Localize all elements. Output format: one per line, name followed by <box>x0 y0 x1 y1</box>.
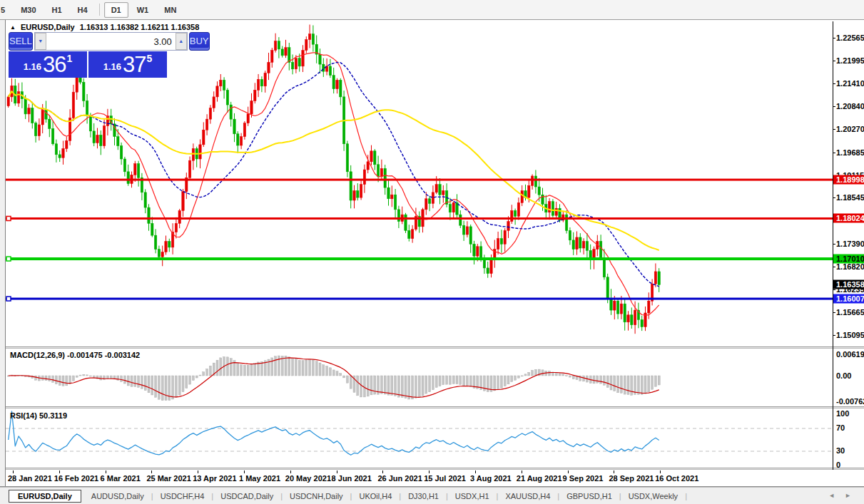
date-axis-label: 1 May 2021 <box>239 474 280 483</box>
date-axis-label: 20 May 2021 <box>285 474 331 483</box>
sell-button[interactable]: SELL <box>9 32 33 51</box>
one-click-trade-panel: SELL ▼ ▲ BUY 1.16 36 1 1.16 37 5 <box>9 32 167 78</box>
volume-increase-icon[interactable]: ▲ <box>176 33 187 50</box>
buy-price-big: 37 <box>123 54 146 76</box>
date-axis-label: 16 Feb 2021 <box>54 474 98 483</box>
date-tick <box>244 470 245 473</box>
tab-audusd-daily[interactable]: AUDUSD,Daily <box>84 490 151 503</box>
macd-axis-label: 0.006193 <box>836 350 864 359</box>
price-axis-label: 1.15095 <box>836 331 864 339</box>
period-button-d1[interactable]: D1 <box>104 2 128 18</box>
date-tick <box>660 470 661 473</box>
price-axis-label: 1.17390 <box>836 240 864 248</box>
hline-1.18024[interactable] <box>6 217 833 220</box>
date-tick <box>614 470 614 473</box>
buy-price-sup: 5 <box>147 53 153 64</box>
hline-1.1701[interactable] <box>6 257 833 260</box>
price-axis-label: 1.22565 <box>836 34 864 42</box>
date-axis-label: 28 Jan 2021 <box>8 474 52 483</box>
date-tick <box>568 470 569 473</box>
panel-separator <box>6 468 864 470</box>
chart-header: ▲ EURUSD,Daily 1.16313 1.16382 1.16211 1… <box>10 23 199 31</box>
tab-scroll-arrows: ◄ ► <box>828 492 851 499</box>
period-button-h1[interactable]: H1 <box>45 2 69 18</box>
sell-price-big: 36 <box>43 54 66 76</box>
sell-price-box[interactable]: 1.16 36 1 <box>9 51 87 78</box>
price-tick <box>833 267 835 267</box>
date-axis-label: 16 Oct 2021 <box>655 474 698 483</box>
ma-25-line <box>9 62 659 286</box>
hline-1.16007[interactable] <box>6 298 833 300</box>
tab-usdcnh-daily[interactable]: USDCNH,Daily <box>283 490 350 503</box>
price-badge-1.18998: 1.18998 <box>833 175 864 185</box>
price-axis-label: 1.21410 <box>836 79 864 88</box>
mt4-window: 5M30H1H4D1W1MN ▲ EURUSD,Daily 1.16313 1.… <box>0 0 864 504</box>
chart-ohlc-quote: 1.16313 1.16382 1.16211 1.16358 <box>80 23 200 31</box>
date-axis-label: 13 Apr 2021 <box>193 474 236 483</box>
price-tick <box>833 83 835 84</box>
period-button-5[interactable]: 5 <box>0 2 12 18</box>
rsi-indicator-canvas[interactable] <box>6 408 833 468</box>
date-axis-label: 6 Mar 2021 <box>101 474 141 483</box>
tab-gbpusd-h1[interactable]: GBPUSD,H1 <box>559 490 619 503</box>
date-tick <box>59 470 60 473</box>
window-left-border <box>0 20 6 487</box>
tab-separator: | <box>685 492 687 500</box>
tab-scroll-left-icon[interactable]: ◄ <box>828 492 835 499</box>
price-tick <box>833 61 835 61</box>
buy-price-box[interactable]: 1.16 37 5 <box>88 51 167 78</box>
price-tick <box>833 289 835 290</box>
price-tick <box>833 38 835 38</box>
rsi-axis-label: 70 <box>836 423 845 432</box>
price-axis-label: 1.20840 <box>836 102 864 110</box>
price-tick <box>833 129 835 130</box>
price-badge-1.17010: 1.17010 <box>833 254 864 264</box>
date-tick <box>337 470 337 473</box>
date-axis[interactable]: 28 Jan 202116 Feb 20216 Mar 202125 Mar 2… <box>6 470 833 486</box>
price-tick <box>833 197 835 198</box>
tab-usdx-h1[interactable]: USDX,H1 <box>448 490 497 503</box>
date-axis-label: 21 Aug 2021 <box>517 474 562 483</box>
volume-spinner: ▼ ▲ <box>34 32 188 51</box>
tab-scroll-right-icon[interactable]: ► <box>845 492 851 499</box>
buy-button[interactable]: BUY <box>189 32 210 51</box>
date-tick <box>13 470 14 473</box>
rsi-axis-label: 0 <box>836 461 840 469</box>
toolbar-separator <box>99 4 100 16</box>
date-tick <box>151 470 152 473</box>
price-axis[interactable]: 1.225651.219951.214101.208401.202701.196… <box>833 21 864 470</box>
period-button-mn[interactable]: MN <box>157 2 183 18</box>
date-axis-label: 26 Jun 2021 <box>377 474 422 483</box>
date-tick <box>475 470 476 473</box>
hline-1.18998[interactable] <box>6 179 833 181</box>
tab-xauusd-h4[interactable]: XAUUSD,H4 <box>498 490 557 503</box>
collapse-chart-icon[interactable]: ▲ <box>10 24 16 31</box>
tab-eurusd-daily[interactable]: EURUSD,Daily <box>9 490 81 503</box>
price-axis-label: 1.21995 <box>836 56 864 65</box>
price-tick <box>833 335 835 336</box>
tab-dj30-h1[interactable]: DJ30,H1 <box>401 490 446 503</box>
date-axis-label: 25 Mar 2021 <box>146 474 190 483</box>
date-axis-label: 28 Sep 2021 <box>609 474 654 483</box>
price-tick <box>833 106 835 107</box>
date-axis-label: 9 Sep 2021 <box>563 474 604 483</box>
period-button-w1[interactable]: W1 <box>130 2 156 18</box>
price-badge-1.16007: 1.16007 <box>833 294 864 304</box>
price-axis-label: 1.20270 <box>836 125 864 133</box>
chart-symbol-title: EURUSD,Daily <box>21 23 75 31</box>
tab-usdcad-daily[interactable]: USDCAD,Daily <box>213 490 280 503</box>
volume-input[interactable] <box>46 33 176 50</box>
price-badge-1.18024: 1.18024 <box>833 214 864 223</box>
date-tick <box>382 470 383 473</box>
date-axis-label: 3 Aug 2021 <box>470 474 512 483</box>
tab-usdx-weekly[interactable]: USDX,Weekly <box>621 490 685 503</box>
period-button-m30[interactable]: M30 <box>14 2 43 18</box>
date-axis-label: 8 Jun 2021 <box>332 474 372 483</box>
date-axis-label: 15 Jul 2021 <box>424 474 466 483</box>
rsi-axis-label: 100 <box>836 409 849 418</box>
volume-decrease-icon[interactable]: ▼ <box>35 33 46 50</box>
period-button-h4[interactable]: H4 <box>71 2 95 18</box>
price-tick <box>833 244 835 245</box>
tab-ukoil-h4[interactable]: UKOil,H4 <box>352 490 399 503</box>
tab-usdchf-h4[interactable]: USDCHF,H4 <box>153 490 212 503</box>
